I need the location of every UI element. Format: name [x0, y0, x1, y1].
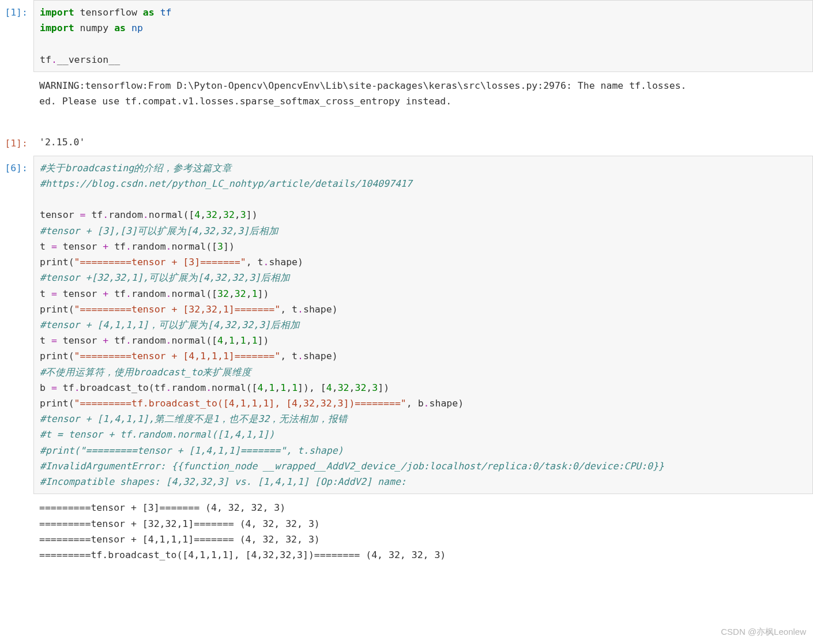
output-cell: WARNING:tensorflow:From D:\Pyton-Opencv\… [0, 74, 813, 129]
code-input[interactable]: import tensorflow as tf import numpy as … [33, 0, 813, 72]
output-stdout: =========tensor + [3]======= (4, 32, 32,… [33, 496, 813, 566]
empty-prompt [0, 74, 33, 129]
empty-prompt [0, 496, 33, 566]
cell-in-prompt: [1]: [0, 0, 33, 72]
result-cell: [1]: '2.15.0' [0, 131, 813, 153]
code-input[interactable]: #关于broadcasting的介绍，参考这篇文章 #https://blog.… [33, 156, 813, 495]
code-cell: [6]: #关于broadcasting的介绍，参考这篇文章 #https://… [0, 156, 813, 495]
output-warning: WARNING:tensorflow:From D:\Pyton-Opencv\… [33, 74, 813, 129]
output-result: '2.15.0' [33, 131, 813, 153]
output-cell: =========tensor + [3]======= (4, 32, 32,… [0, 496, 813, 566]
cell-out-prompt: [1]: [0, 131, 33, 153]
cell-in-prompt: [6]: [0, 156, 33, 495]
code-cell: [1]: import tensorflow as tf import nump… [0, 0, 813, 72]
